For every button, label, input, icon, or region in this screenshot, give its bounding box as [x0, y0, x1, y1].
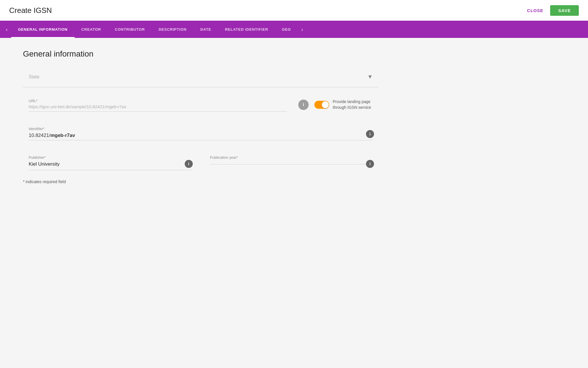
- state-field-row: State ▼: [23, 68, 379, 87]
- url-info-icon[interactable]: i: [298, 100, 309, 110]
- identifier-label: Identifier*: [29, 127, 373, 131]
- required-note: * indicates required field: [23, 179, 379, 184]
- identifier-value[interactable]: 10.82421/mgeb-r7av: [29, 133, 373, 138]
- publisher-value[interactable]: Kiel University: [29, 161, 192, 168]
- publication-year-divider: [210, 164, 373, 164]
- tab-general-information[interactable]: GENERAL INFORMATION: [11, 21, 75, 38]
- state-divider: [23, 87, 379, 87]
- publisher-label: Publisher*: [29, 155, 192, 160]
- nav-next-arrow[interactable]: ›: [298, 24, 307, 35]
- publisher-year-row: Publisher* Kiel University i Publication…: [23, 151, 379, 173]
- tab-description[interactable]: DESCRIPTION: [152, 21, 194, 38]
- save-button[interactable]: SAVE: [550, 5, 579, 16]
- tab-creator[interactable]: CREATOR: [75, 21, 108, 38]
- identifier-prefix: 10.82421/: [29, 133, 50, 138]
- close-button[interactable]: CLOSE: [527, 8, 544, 13]
- tab-related-identifier[interactable]: RELATED IDENTIFIER: [218, 21, 275, 38]
- publication-year-info-icon[interactable]: i: [366, 160, 374, 168]
- state-dropdown[interactable]: State ▼: [23, 68, 379, 86]
- identifier-field: Identifier* 10.82421/mgeb-r7av i: [23, 122, 379, 143]
- url-value[interactable]: https://igsn.uni-kiel.de/sample/10.82421…: [29, 104, 287, 110]
- publication-year-value[interactable]: [210, 161, 373, 162]
- header: Create IGSN CLOSE SAVE: [0, 0, 588, 21]
- state-label: State: [29, 74, 39, 80]
- dropdown-arrow-icon: ▼: [367, 73, 373, 80]
- identifier-divider: [29, 140, 373, 140]
- identifier-info-icon[interactable]: i: [366, 130, 374, 138]
- header-actions: CLOSE SAVE: [527, 5, 579, 16]
- section-title: General information: [23, 49, 379, 59]
- url-divider: [29, 111, 287, 112]
- nav-tabs: ‹ GENERAL INFORMATION CREATOR CONTRIBUTO…: [0, 21, 588, 38]
- url-label: URL*: [29, 99, 287, 103]
- publisher-field: Publisher* Kiel University i: [23, 151, 197, 173]
- identifier-suffix: mgeb-r7av: [50, 133, 75, 138]
- toggle-knob: [322, 101, 329, 108]
- tab-date[interactable]: DATE: [194, 21, 218, 38]
- publication-year-field: Publication year* i: [204, 151, 379, 173]
- url-row: URL* https://igsn.uni-kiel.de/sample/10.…: [23, 95, 379, 114]
- page-title: Create IGSN: [9, 6, 52, 15]
- landing-page-toggle[interactable]: [314, 101, 329, 109]
- tab-geo[interactable]: GEO: [275, 21, 298, 38]
- tab-contributor[interactable]: CONTRIBUTOR: [108, 21, 152, 38]
- toggle-wrap: Provide landing page through IGSN servic…: [314, 99, 379, 110]
- publication-year-label: Publication year*: [210, 155, 373, 160]
- main-content: General information State ▼ URL* https:/…: [0, 38, 402, 195]
- nav-prev-arrow[interactable]: ‹: [2, 24, 11, 35]
- publisher-divider: [29, 170, 192, 170]
- url-field: URL* https://igsn.uni-kiel.de/sample/10.…: [23, 95, 293, 114]
- publisher-info-icon[interactable]: i: [185, 160, 193, 168]
- toggle-label: Provide landing page through IGSN servic…: [333, 99, 379, 110]
